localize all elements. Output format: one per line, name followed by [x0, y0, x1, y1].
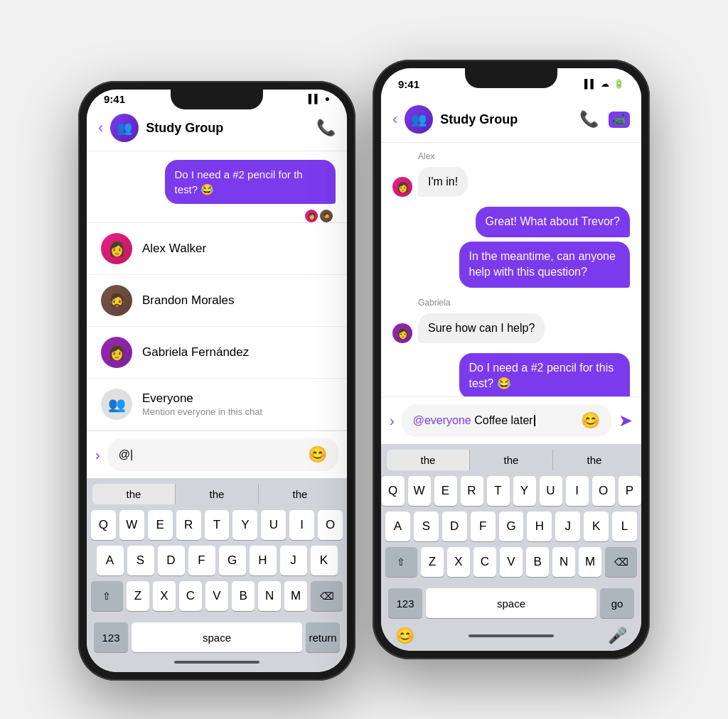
key-w[interactable]: W — [119, 510, 144, 540]
left-predictive-3[interactable]: the — [259, 484, 341, 504]
key-backspace[interactable]: ⌫ — [311, 581, 343, 611]
r-key-o[interactable]: O — [592, 476, 615, 506]
r-key-e[interactable]: E — [434, 476, 457, 506]
key-o[interactable]: O — [318, 510, 343, 540]
right-send-button[interactable]: ➤ — [619, 411, 633, 431]
r-key-shift[interactable]: ⇧ — [385, 547, 417, 577]
key-b[interactable]: B — [232, 581, 255, 611]
r-key-x[interactable]: X — [447, 547, 470, 577]
r-key-v[interactable]: V — [500, 547, 523, 577]
left-key-rows: Q W E R T Y U I O A S D F — [90, 510, 344, 655]
mention-item-brandon[interactable]: 🧔 Brandon Morales — [87, 275, 347, 327]
key-d[interactable]: D — [158, 546, 185, 575]
r-key-b[interactable]: B — [526, 547, 549, 577]
key-shift[interactable]: ⇧ — [91, 581, 123, 611]
r-key-z[interactable]: Z — [421, 547, 444, 577]
right-predictive-1[interactable]: the — [387, 450, 470, 470]
r-key-t[interactable]: T — [487, 476, 510, 506]
right-mic-icon[interactable]: 🎤 — [608, 627, 627, 645]
alex-avatar-emoji: 👩 — [108, 240, 126, 257]
key-f[interactable]: F — [188, 546, 215, 575]
right-phone: 9:41 ▌▌ ☁ 🔋 ‹ 👥 Study Group 📞 📹 — [373, 60, 650, 659]
r-key-c[interactable]: C — [473, 547, 496, 577]
left-row-4: 123 space return — [91, 617, 343, 655]
r-key-space[interactable]: space — [426, 588, 596, 618]
key-t[interactable]: T — [205, 510, 230, 540]
key-space[interactable]: space — [132, 622, 302, 652]
r-key-g[interactable]: G — [499, 512, 524, 541]
key-n[interactable]: N — [258, 581, 281, 611]
right-back-button[interactable]: ‹ — [392, 110, 397, 129]
key-a[interactable]: A — [97, 546, 124, 575]
key-g[interactable]: G — [219, 546, 246, 575]
key-h[interactable]: H — [250, 546, 277, 575]
key-s[interactable]: S — [127, 546, 154, 575]
key-y[interactable]: Y — [232, 510, 257, 540]
right-emoji-button[interactable]: 😊 — [581, 411, 600, 430]
r-key-d[interactable]: D — [442, 512, 467, 541]
r-key-m[interactable]: M — [579, 547, 601, 577]
key-u[interactable]: U — [261, 510, 286, 540]
key-x[interactable]: X — [153, 581, 176, 611]
right-expand-icon[interactable]: › — [390, 413, 395, 429]
r-key-n[interactable]: N — [552, 547, 575, 577]
r-key-backspace[interactable]: ⌫ — [605, 547, 637, 577]
left-emoji-button[interactable]: 😊 — [308, 445, 327, 464]
r-key-i[interactable]: I — [566, 476, 589, 506]
key-r[interactable]: R — [176, 510, 201, 540]
r-key-j[interactable]: J — [555, 512, 580, 541]
left-predictive-1[interactable]: the — [92, 484, 176, 504]
left-screen: 9:41 ▌▌ ● ‹ 👥 Study Group 📞 — [87, 90, 347, 672]
left-back-button[interactable]: ‹ — [98, 119, 103, 137]
alex-avatar: 👩 — [101, 233, 132, 264]
r-key-f[interactable]: F — [471, 512, 496, 541]
notch — [171, 90, 263, 109]
r-key-q[interactable]: Q — [382, 476, 405, 506]
right-mention-tag: @everyone — [413, 414, 471, 426]
right-battery-icon: 🔋 — [614, 79, 624, 89]
right-emoji-kb-icon[interactable]: 😊 — [395, 627, 414, 645]
r-key-k[interactable]: K — [584, 512, 609, 541]
r-key-p[interactable]: P — [619, 476, 641, 506]
left-phone-call-icon[interactable]: 📞 — [316, 119, 336, 137]
key-m[interactable]: M — [284, 581, 307, 611]
left-input-field[interactable]: @| 😊 — [107, 438, 338, 471]
r-key-l[interactable]: L — [612, 512, 637, 541]
right-wifi-icon: ☁ — [601, 79, 609, 89]
left-expand-icon[interactable]: › — [95, 447, 100, 463]
r-key-r[interactable]: R — [461, 476, 483, 506]
mention-item-everyone[interactable]: 👥 Everyone Mention everyone in this chat — [87, 379, 347, 431]
key-j[interactable]: J — [280, 546, 307, 575]
right-msg-row-5: Do I need a #2 pencil for this test? 😂 — [392, 353, 630, 396]
key-k[interactable]: K — [311, 546, 338, 575]
mention-list: 👩 Alex Walker 🧔 Brandon Morales — [87, 222, 347, 431]
mention-item-gabriela[interactable]: 👩 Gabriela Fernández — [87, 327, 347, 379]
key-e[interactable]: E — [148, 510, 173, 540]
mention-item-alex[interactable]: 👩 Alex Walker — [87, 223, 347, 275]
r-key-123[interactable]: 123 — [388, 588, 422, 618]
right-row-1: Q W E R T Y U I O P — [385, 476, 637, 506]
key-i[interactable]: I — [289, 510, 314, 540]
r-key-h[interactable]: H — [527, 512, 552, 541]
key-v[interactable]: V — [205, 581, 228, 611]
r-key-u[interactable]: U — [540, 476, 562, 506]
right-input-text: @everyone Coffee later — [413, 414, 581, 427]
r-key-w[interactable]: W — [408, 476, 431, 506]
r-key-s[interactable]: S — [414, 512, 439, 541]
key-q[interactable]: Q — [91, 510, 116, 540]
right-predictive-3[interactable]: the — [553, 450, 636, 470]
right-video-call-icon[interactable]: 📹 — [609, 112, 630, 128]
left-predictive-2[interactable]: the — [176, 484, 259, 504]
key-123[interactable]: 123 — [94, 622, 128, 652]
r-key-a[interactable]: A — [385, 512, 410, 541]
right-input-field[interactable]: @everyone Coffee later 😊 — [402, 404, 611, 437]
r-key-go[interactable]: go — [600, 588, 634, 618]
key-z[interactable]: Z — [127, 581, 149, 611]
key-return[interactable]: return — [306, 622, 340, 652]
right-predictive-2[interactable]: the — [470, 450, 553, 470]
right-phone-call-icon[interactable]: 📞 — [579, 110, 599, 129]
r-key-y[interactable]: Y — [513, 476, 536, 506]
right-status-time: 9:41 — [398, 78, 419, 90]
key-c[interactable]: C — [179, 581, 202, 611]
everyone-icon-emoji: 👥 — [108, 396, 126, 413]
